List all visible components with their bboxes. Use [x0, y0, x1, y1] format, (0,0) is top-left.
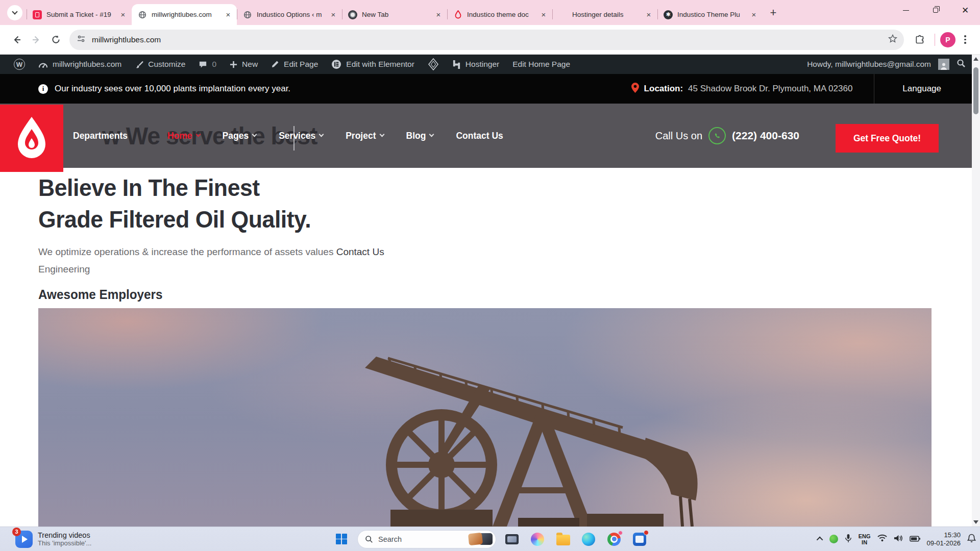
menu-item-contact-us[interactable]: Contact Us	[456, 131, 503, 141]
scroll-up-arrow[interactable]	[973, 57, 978, 61]
admin-avatar[interactable]	[938, 59, 949, 70]
close-icon[interactable]: ×	[118, 10, 128, 19]
pencil-icon	[271, 60, 279, 68]
pumpjack-photo	[38, 308, 932, 527]
taskbar-search[interactable]: Search	[357, 530, 496, 548]
menu-item-blog[interactable]: Blog	[406, 131, 434, 141]
toast-subtitle: This 'impossible'...	[38, 539, 91, 547]
wifi-icon[interactable]	[877, 534, 887, 544]
admin-comments[interactable]: 0	[192, 55, 223, 74]
close-icon[interactable]: ×	[539, 10, 548, 19]
close-icon[interactable]: ×	[224, 10, 233, 19]
close-window-button[interactable]: ✕	[950, 0, 980, 20]
menu-item-home[interactable]: Home	[167, 131, 200, 141]
language-selector[interactable]: Language	[874, 74, 972, 104]
taskbar-center: Search	[332, 527, 649, 551]
tab-search-button[interactable]	[7, 5, 22, 20]
back-button[interactable]	[7, 30, 27, 49]
wp-logo-menu[interactable]: W	[7, 55, 32, 74]
topbar-right: Location: 45 Shadow Brook Dr. Plymouth, …	[631, 74, 980, 104]
admin-edit-page[interactable]: Edit Page	[264, 55, 325, 74]
scrollbar-thumb[interactable]	[973, 67, 978, 114]
menu-item-departments[interactable]: Departments	[73, 131, 128, 141]
tray-chevron-up-icon[interactable]	[816, 537, 823, 543]
search-placeholder: Search	[378, 535, 469, 543]
clock-datetime[interactable]: 15:30 09-01-2026	[927, 531, 961, 547]
page-scrollbar[interactable]	[972, 55, 980, 527]
admin-customize-label: Customize	[148, 60, 185, 69]
phone-number[interactable]: (222) 400-630	[732, 130, 799, 142]
system-tray: ENG IN 15:30 09-01-2026	[818, 527, 976, 551]
close-icon[interactable]: ×	[434, 10, 443, 19]
scroll-down-arrow[interactable]	[973, 520, 978, 524]
tab-industico-theme-plugin[interactable]: ✱ Industico Theme Plu ×	[657, 4, 763, 25]
admin-howdy-label[interactable]: Howdy, millwrightlubes@gmail.com	[807, 60, 931, 69]
admin-diamond-menu[interactable]	[421, 55, 446, 74]
tab-industico-options[interactable]: Industico Options ‹ m ×	[237, 4, 342, 25]
toast-title: Trending videos	[38, 531, 91, 539]
volume-icon[interactable]	[894, 534, 903, 544]
close-icon[interactable]: ×	[644, 10, 653, 19]
minimize-button[interactable]	[891, 0, 921, 20]
bookmark-star-icon[interactable]	[888, 34, 898, 46]
tab-submit-ticket[interactable]: Submit a Ticket - #19 ×	[27, 4, 132, 25]
file-explorer-icon[interactable]	[553, 529, 573, 549]
reload-button[interactable]	[46, 30, 65, 49]
globe-icon	[138, 10, 147, 19]
copilot-icon[interactable]	[528, 529, 547, 549]
edge-icon[interactable]	[579, 529, 598, 549]
window-controls: ✕	[891, 0, 980, 20]
close-icon[interactable]: ×	[749, 10, 758, 19]
restore-button[interactable]	[921, 0, 950, 20]
map-pin-icon	[631, 83, 639, 95]
contact-us-link[interactable]: Contact Us	[336, 246, 384, 257]
notification-bell-icon[interactable]	[967, 534, 976, 545]
site-logo[interactable]	[0, 105, 63, 172]
hero-section: Believe In The Finest Grade Filtered Oil…	[0, 168, 980, 302]
search-icon	[365, 535, 373, 543]
extensions-icon[interactable]	[910, 30, 929, 49]
admin-hostinger[interactable]: Hostinger	[446, 55, 506, 74]
language-indicator[interactable]: ENG IN	[859, 533, 871, 545]
forward-button[interactable]	[27, 30, 46, 49]
task-view-icon[interactable]	[502, 529, 522, 549]
admin-site-name[interactable]: millwrightlubes.com	[32, 55, 128, 74]
admin-new[interactable]: New	[223, 55, 264, 74]
tray-green-app-icon[interactable]	[829, 535, 838, 543]
site-settings-icon[interactable]	[77, 34, 86, 45]
menu-item-project[interactable]: Project	[346, 131, 383, 141]
chevron-down-icon	[379, 132, 384, 137]
start-button[interactable]	[332, 529, 351, 549]
admin-comments-count: 0	[212, 60, 216, 69]
get-free-quote-button[interactable]: Get Free Quote!	[836, 124, 939, 153]
admin-elementor[interactable]: Edit with Elementor	[325, 55, 421, 74]
tab-new-tab[interactable]: New Tab ×	[342, 4, 447, 25]
tab-millwrightlubes[interactable]: millwrightlubes.com ×	[132, 4, 237, 25]
new-tab-button[interactable]: +	[766, 5, 781, 20]
tab-strip: Submit a Ticket - #19 × millwrightlubes.…	[0, 0, 980, 25]
close-icon[interactable]: ×	[329, 10, 338, 19]
address-bar[interactable]: millwrightlubes.com	[69, 30, 904, 50]
admin-edit-home-page[interactable]: Edit Home Page	[506, 55, 577, 74]
tab-hostinger-details[interactable]: Hostinger details ×	[552, 4, 657, 25]
admin-new-label: New	[242, 60, 258, 69]
notification-toast[interactable]: 3 Trending videos This 'impossible'...	[15, 531, 91, 548]
globe-icon	[243, 10, 252, 19]
page-viewport: W millwrightlubes.com Customize 0	[0, 55, 980, 527]
chrome-icon[interactable]	[604, 529, 624, 549]
admin-customize[interactable]: Customize	[128, 55, 192, 74]
menu-item-pages[interactable]: Pages	[223, 131, 257, 141]
tab-industico-theme-doc[interactable]: Industico theme doc ×	[447, 4, 552, 25]
tab-title: Submit a Ticket - #19	[46, 11, 118, 18]
menu-kebab-icon[interactable]	[955, 30, 975, 49]
battery-icon[interactable]	[910, 535, 920, 544]
flame-logo-icon	[13, 116, 51, 161]
admin-search-icon[interactable]	[957, 59, 966, 70]
menu-item-services[interactable]: Services	[279, 131, 323, 141]
admin-site-label: millwrightlubes.com	[53, 60, 121, 69]
mail-app-icon[interactable]	[630, 529, 649, 549]
profile-avatar[interactable]: P	[940, 32, 955, 47]
location-group: Location: 45 Shadow Brook Dr. Plymouth, …	[631, 83, 874, 95]
microphone-icon[interactable]	[845, 534, 852, 545]
plus-icon	[230, 61, 237, 68]
